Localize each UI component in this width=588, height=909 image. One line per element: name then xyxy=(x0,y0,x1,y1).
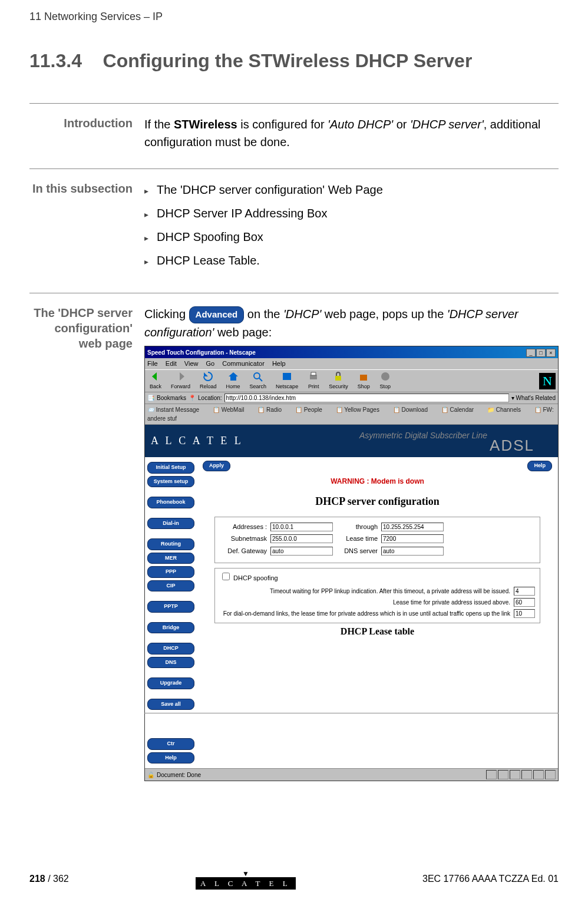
link-label: People xyxy=(304,406,322,413)
menu-item[interactable]: View xyxy=(184,360,199,367)
whats-related-button[interactable]: ▾ What's Related xyxy=(511,394,556,402)
spoof-row3-input[interactable] xyxy=(514,609,535,618)
spoofing-checkbox[interactable] xyxy=(222,573,230,580)
leasetime-input[interactable] xyxy=(381,534,444,543)
adsl-logo: ADSL xyxy=(490,434,534,457)
forward-button[interactable]: Forward xyxy=(169,371,193,391)
home-button[interactable]: Home xyxy=(224,371,243,391)
back-button[interactable]: Back xyxy=(147,371,164,391)
url-input[interactable] xyxy=(224,394,509,402)
section-number: 11.3.4 xyxy=(29,50,82,71)
section-heading: Configuring the STWireless DHCP Server xyxy=(103,50,473,71)
link-item[interactable]: 📋 Yellow Pages xyxy=(336,406,385,413)
dhcp-page-label: The 'DHCP server configuration' web page xyxy=(29,305,144,781)
shop-label: Shop xyxy=(358,383,370,391)
advanced-button[interactable]: Advanced xyxy=(189,306,245,323)
svg-rect-4 xyxy=(311,372,316,375)
link-item[interactable]: 📋 Radio xyxy=(257,406,288,413)
through-input[interactable] xyxy=(381,523,444,531)
warning-text: WARNING : Modem is down xyxy=(203,476,552,487)
sidebar-item-initial-setup[interactable]: Initial Setup xyxy=(147,462,194,474)
sidebar-item-bridge[interactable]: Bridge xyxy=(147,622,194,634)
reload-button[interactable]: Reload xyxy=(197,371,219,391)
link-item[interactable]: 📨 Instant Message xyxy=(147,406,205,413)
browser-window: Speed Touch Configuration - Netscape _□×… xyxy=(144,346,559,782)
menu-item[interactable]: Go xyxy=(206,360,215,367)
bookmarks-icon[interactable]: 📑 xyxy=(147,394,154,402)
sidebar: Initial Setup System setup Phonebook Dia… xyxy=(145,457,197,768)
dhcp-suffix: web page: xyxy=(214,326,272,339)
menu-item[interactable]: Edit xyxy=(166,360,177,367)
sidebar-item-ppp[interactable]: PPP xyxy=(147,566,194,578)
sidebar-item-cip[interactable]: CIP xyxy=(147,580,194,592)
bookmarks-label[interactable]: Bookmarks xyxy=(157,394,186,402)
subsection-list: The 'DHCP server configuration' Web Page… xyxy=(144,181,559,269)
dhcp-italic1: 'DHCP' xyxy=(283,308,321,320)
link-label: Calendar xyxy=(450,406,474,413)
search-button[interactable]: Search xyxy=(247,371,269,391)
sidebar-item-ctr[interactable]: Ctr xyxy=(147,738,194,750)
menubar: File Edit View Go Communicator Help xyxy=(145,358,558,369)
sidebar-item-dhcp[interactable]: DHCP xyxy=(147,643,194,655)
sidebar-item-help[interactable]: Help xyxy=(147,752,194,764)
addresses-input[interactable] xyxy=(270,523,333,531)
spoof-row1-input[interactable] xyxy=(514,587,535,596)
apply-button[interactable]: Apply xyxy=(203,461,230,471)
netscape-button[interactable]: Netscape xyxy=(273,371,300,391)
minimize-icon[interactable]: _ xyxy=(526,349,536,357)
intro-label: Introduction xyxy=(29,115,144,151)
list-item: The 'DHCP server configuration' Web Page xyxy=(144,181,559,199)
svg-rect-5 xyxy=(335,376,341,381)
intro-text: If the STWireless is configured for 'Aut… xyxy=(144,115,559,151)
sidebar-item-dns[interactable]: DNS xyxy=(147,657,194,669)
titlebar: Speed Touch Configuration - Netscape _□× xyxy=(145,346,558,359)
spoof-row2-text: Lease time for private address issued ab… xyxy=(220,598,510,607)
spoof-row2-input[interactable] xyxy=(514,598,535,607)
menu-item[interactable]: Help xyxy=(272,360,286,367)
subnet-input[interactable] xyxy=(270,534,333,543)
sidebar-item-upgrade[interactable]: Upgrade xyxy=(147,677,194,689)
sidebar-item-phonebook[interactable]: Phonebook xyxy=(147,497,194,508)
link-item[interactable]: 📋 Download xyxy=(393,406,434,413)
section-title: 11.3.4 Configuring the STWireless DHCP S… xyxy=(29,50,472,72)
link-item[interactable]: 📋 WebMail xyxy=(213,406,250,413)
help-button[interactable]: Help xyxy=(527,461,552,471)
alcatel-banner: A L C A T E L Asymmetric Digital Subscri… xyxy=(145,425,558,457)
sidebar-item-saveall[interactable]: Save all xyxy=(147,699,194,710)
spoof-row1-text: Timeout waiting for PPP linkup indicatio… xyxy=(220,587,510,596)
print-button[interactable]: Print xyxy=(305,371,322,391)
subnet-label: Subnetmask xyxy=(220,534,267,544)
sidebar-item-pptp[interactable]: PPTP xyxy=(147,601,194,613)
close-icon[interactable]: × xyxy=(546,349,556,357)
gateway-label: Def. Gateway xyxy=(220,546,267,556)
sidebar-item-routing[interactable]: Routing xyxy=(147,538,194,550)
status-icon xyxy=(533,770,544,779)
page-num-current: 218 xyxy=(29,874,45,884)
status-icon xyxy=(498,770,508,779)
menu-item[interactable]: Communicator xyxy=(222,360,265,367)
intro-italic1: 'Auto DHCP' xyxy=(328,118,393,131)
shop-button[interactable]: Shop xyxy=(355,371,372,391)
link-item[interactable]: 📋 Calendar xyxy=(441,406,480,413)
svg-line-1 xyxy=(259,378,262,381)
maximize-icon[interactable]: □ xyxy=(536,349,546,357)
search-label: Search xyxy=(250,383,267,391)
lease-table-text: DHCP Lease table xyxy=(341,628,414,636)
security-label: Security xyxy=(329,383,348,391)
gateway-input[interactable] xyxy=(270,547,333,556)
sidebar-item-dialin[interactable]: Dial-in xyxy=(147,518,194,530)
link-item[interactable]: 📁 Channels xyxy=(487,406,527,413)
sidebar-item-mer[interactable]: MER xyxy=(147,553,194,564)
stop-button[interactable]: Stop xyxy=(377,371,394,391)
menu-item[interactable]: File xyxy=(147,360,158,367)
link-label: Download xyxy=(401,406,427,413)
svg-point-0 xyxy=(254,373,260,379)
dns-input[interactable] xyxy=(381,547,444,556)
link-item[interactable]: 📋 People xyxy=(295,406,328,413)
security-button[interactable]: Security xyxy=(326,371,351,391)
main-panel: Apply Help WARNING : Modem is down DHCP … xyxy=(197,457,558,768)
status-text: Document: Done xyxy=(157,771,201,779)
sidebar-item-system-setup[interactable]: System setup xyxy=(147,476,194,488)
lease-table-title: DHCP Lease table xyxy=(203,628,552,636)
location-icon: 📍 xyxy=(189,394,196,402)
